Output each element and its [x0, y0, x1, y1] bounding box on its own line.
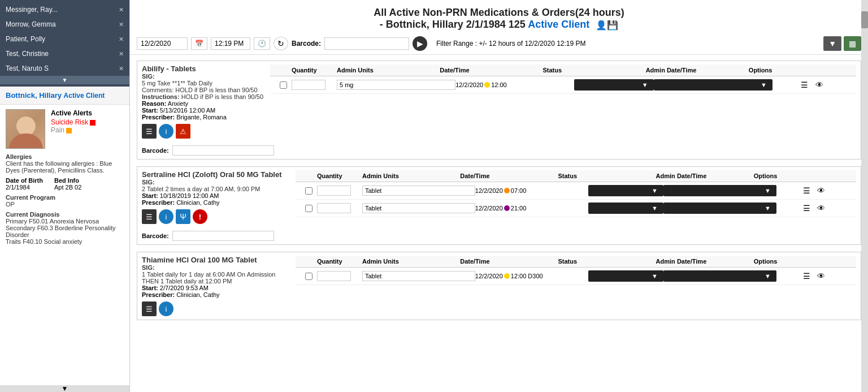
status-dropdown-sertraline-2[interactable]: ▼ — [588, 203, 663, 214]
diagnosis-label: Current Diagnosis — [6, 211, 124, 218]
admin-datetime-header-s: Admin Date/Time — [656, 173, 754, 179]
patient-list-item[interactable]: Patient, Polly ✕ — [0, 32, 129, 46]
med-name-thiamine: Thiamine HCl Oral 100 MG Tablet — [142, 256, 289, 264]
med-checkbox-abilify-1[interactable] — [280, 81, 287, 89]
barcode-row-sertraline: Barcode: — [137, 227, 861, 244]
barcode-submit-btn[interactable]: ▶ — [413, 36, 427, 51]
barcode-row-input-abilify[interactable] — [172, 145, 274, 156]
med-name-sertraline: Sertraline HCl (Zoloft) Oral 50 MG Table… — [142, 170, 289, 179]
warning-icon-btn-abilify[interactable]: ⚠ — [176, 124, 190, 139]
program-label: Current Program — [6, 194, 124, 201]
medication-section-thiamine: Thiamine HCl Oral 100 MG Tablet SIG: 1 T… — [137, 252, 861, 320]
admin-datetime-dropdown-sertraline-2[interactable]: ▼ — [663, 203, 776, 214]
med-info-abilify: Abilify - Tablets SIG: 5 mg Take **1** T… — [137, 61, 861, 142]
close-icon[interactable]: ✕ — [119, 6, 124, 14]
close-icon[interactable]: ✕ — [119, 65, 124, 72]
med-reason-abilify: Reason: Anxiety — [142, 100, 263, 107]
program-section: Current Program OP — [6, 194, 124, 208]
scrollbar-thumb[interactable] — [861, 11, 868, 28]
grid-view-btn[interactable]: ▦ — [844, 36, 861, 51]
status-dropdown-abilify-1[interactable]: ▼ — [574, 79, 653, 91]
med-start-abilify: Start: 5/13/2016 12:00 AM — [142, 107, 263, 114]
close-icon[interactable]: ✕ — [119, 36, 124, 43]
diagnosis-primary: Primary F50.01 Anorexia Nervosa — [6, 218, 124, 225]
col-headers-thiamine: Quantity Admin Units Date/Time Status Ad… — [296, 256, 856, 268]
menu-icon-btn-sertraline[interactable]: ☰ — [142, 209, 157, 224]
col-headers-sertraline: Quantity Admin Units Date/Time Status Ad… — [296, 170, 856, 182]
patient-list-item[interactable]: Test, Naruto S ✕ — [0, 61, 129, 76]
right-scrollbar[interactable] — [861, 0, 868, 392]
list-icon-thiamine-1[interactable]: ☰ — [800, 270, 813, 282]
datetime-header: Date/Time — [440, 67, 542, 74]
options-abilify-1: ☰ 👁 — [772, 79, 852, 91]
filter-btn[interactable]: ▼ — [823, 36, 841, 51]
info-icon-btn-abilify[interactable]: i — [159, 124, 173, 139]
status-dropdown-thiamine-1[interactable]: ▼ — [588, 270, 663, 282]
clock-icon-btn[interactable]: 🕐 — [254, 37, 270, 50]
barcode-label: Barcode: — [292, 40, 321, 48]
red-circle-btn-sertraline[interactable]: ! — [193, 209, 207, 224]
dob-bed-row: Date of Birth 2/1/1984 Bed Info Apt 2B 0… — [6, 177, 124, 191]
barcode-row-abilify: Barcode: — [137, 142, 861, 159]
list-icon-abilify-1[interactable]: ☰ — [798, 79, 811, 91]
list-icon-sertraline-2[interactable]: ☰ — [800, 202, 813, 214]
med-checkbox-sertraline-2[interactable] — [305, 205, 313, 212]
refresh-btn[interactable]: ↻ — [274, 37, 288, 50]
sidebar-scroll-bottom[interactable]: ▼ — [0, 385, 129, 392]
info-icon-btn-sertraline[interactable]: i — [159, 209, 173, 224]
admin-units-input-sertraline-2[interactable] — [362, 203, 475, 213]
date-input[interactable] — [137, 37, 188, 50]
close-icon[interactable]: ✕ — [119, 50, 124, 58]
admin-datetime-dropdown-thiamine-1[interactable]: ▼ — [663, 270, 776, 282]
patient-list-item[interactable]: Morrow, Gemma ✕ — [0, 17, 129, 32]
menu-icon-btn-abilify[interactable]: ☰ — [142, 124, 157, 139]
eye-icon-thiamine-1[interactable]: 👁 — [815, 270, 827, 282]
patient-list: Messinger, Ray... ✕ Morrow, Gemma ✕ Pati… — [0, 0, 129, 87]
barcode-row-input-sertraline[interactable] — [172, 231, 274, 241]
active-client-link[interactable]: Active Client — [528, 19, 589, 30]
scroll-down-btn[interactable]: ▼ — [0, 76, 129, 84]
status-dropdown-sertraline-1[interactable]: ▼ — [588, 185, 663, 196]
patient-name: Messinger, Ray... — [6, 6, 58, 14]
toolbar: 📅 🕐 ↻ Barcode: ▶ Filter Range : +/- 12 h… — [130, 33, 868, 55]
med-start-thiamine: Start: 2/7/2020 9:53 AM — [142, 285, 289, 291]
orange-square-icon — [66, 128, 72, 133]
eye-icon-abilify-1[interactable]: 👁 — [813, 79, 826, 91]
med-checkbox-sertraline-1[interactable] — [305, 187, 313, 195]
time-input[interactable] — [211, 37, 250, 50]
admin-units-input-sertraline-1[interactable] — [362, 186, 475, 196]
list-icon-sertraline-1[interactable]: ☰ — [800, 184, 813, 197]
toolbar-right: ▼ ▦ — [823, 36, 861, 51]
patient-list-item[interactable]: Messinger, Ray... ✕ — [0, 2, 129, 17]
barcode-input[interactable] — [324, 37, 409, 50]
qty-input-sertraline-1[interactable] — [317, 186, 351, 196]
admin-units-input-thiamine-1[interactable] — [362, 271, 475, 281]
options-thiamine-1: ☰ 👁 — [776, 270, 852, 282]
eye-icon-sertraline-2[interactable]: 👁 — [815, 202, 827, 214]
admin-datetime-dropdown-sertraline-1[interactable]: ▼ — [663, 185, 776, 196]
qty-input-abilify-1[interactable] — [292, 80, 326, 90]
active-client-badge: Active Client — [64, 92, 105, 100]
med-table-thiamine: Quantity Admin Units Date/Time Status Ad… — [296, 256, 856, 285]
datetime-abilify-1: 12/2/2020 12:00 — [455, 81, 574, 88]
options-header: Options — [749, 67, 852, 74]
eye-icon-sertraline-1[interactable]: 👁 — [815, 184, 827, 197]
active-client-header: Bottnick, Hillary Active Client — [0, 87, 129, 105]
qty-input-sertraline-2[interactable] — [317, 203, 351, 213]
med-prescriber-thiamine: Prescriber: Clinician, Cathy — [142, 291, 289, 298]
patient-name: Morrow, Gemma — [6, 20, 56, 28]
qty-input-thiamine-1[interactable] — [317, 271, 351, 281]
options-sertraline-2: ☰ 👁 — [776, 202, 852, 214]
admin-datetime-dropdown-abilify-1[interactable]: ▼ — [654, 79, 772, 91]
patient-list-item[interactable]: Test, Christine ✕ — [0, 46, 129, 61]
datetime-header-t: Date/Time — [460, 258, 558, 265]
med-checkbox-thiamine-1[interactable] — [305, 273, 313, 280]
admin-units-input-abilify-1[interactable] — [337, 80, 455, 90]
status-header-t: Status — [558, 258, 656, 265]
med-action-icons-abilify: ☰ i ⚠ — [142, 124, 263, 139]
info-icon-btn-thiamine[interactable]: i — [159, 301, 173, 316]
calendar-icon-btn[interactable]: 📅 — [191, 37, 207, 50]
close-icon[interactable]: ✕ — [119, 21, 124, 28]
menu-icon-btn-thiamine[interactable]: ☰ — [142, 301, 157, 316]
psi-icon-btn-sertraline[interactable]: Ψ — [176, 209, 190, 224]
